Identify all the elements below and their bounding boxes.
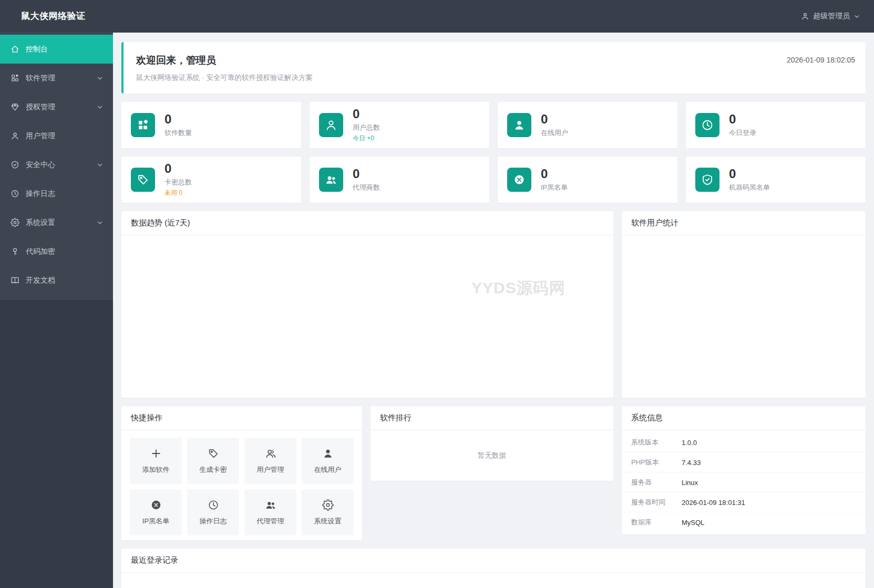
- sidebar-item-label: 安全中心: [26, 160, 96, 170]
- info-row-server: 服务器 Linux: [622, 472, 866, 492]
- stat-sublabel: 未用 0: [164, 189, 192, 198]
- user-outline-icon: [319, 113, 343, 137]
- app-logo: 鼠大侠网络验证: [0, 0, 113, 33]
- sidebar-item-authorization[interactable]: 授权管理: [0, 92, 113, 121]
- chevron-down-icon: [96, 75, 104, 82]
- system-info-panel: 系统信息 系统版本 1.0.0 PHP版本 7.4.33 服务器 Linux 服…: [622, 406, 866, 534]
- panel-title: 快捷操作: [121, 406, 362, 430]
- clock-icon: [11, 189, 19, 198]
- quick-action-label: 添加软件: [142, 465, 170, 474]
- bottom-row: 快捷操作 添加软件 生成卡密 用户管理 在线用户: [121, 406, 866, 540]
- stat-label: 用户总数: [353, 123, 380, 132]
- sidebar-menu: 控制台 软件管理 授权管理 用户管理 安全中心 操作日志 系统设置: [0, 33, 113, 300]
- sidebar-item-software[interactable]: 软件管理: [0, 64, 113, 92]
- quick-action-label: IP黑名单: [142, 517, 169, 526]
- quick-action-operation-logs[interactable]: 操作日志: [187, 489, 239, 535]
- welcome-banner: 欢迎回来，管理员 鼠大侠网络验证系统 · 安全可靠的软件授权验证解决方案 202…: [121, 42, 866, 94]
- sidebar-item-security[interactable]: 安全中心: [0, 150, 113, 179]
- gear-icon: [11, 218, 19, 227]
- sidebar-item-label: 代码加密: [26, 247, 104, 256]
- quick-actions-grid: 添加软件 生成卡密 用户管理 在线用户 IP黑名单: [121, 430, 362, 543]
- stat-label: 代理商数: [353, 183, 380, 192]
- sidebar-item-label: 系统设置: [26, 218, 96, 228]
- quick-action-user-management[interactable]: 用户管理: [244, 438, 296, 484]
- info-row-php-version: PHP版本 7.4.33: [622, 452, 866, 472]
- tag-icon: [208, 448, 219, 459]
- stat-value: 0: [541, 112, 568, 126]
- info-row-database: 数据库 MySQL: [622, 512, 866, 532]
- gem-icon: [11, 102, 19, 111]
- app-title: 鼠大侠网络验证: [21, 10, 86, 22]
- sidebar-item-label: 软件管理: [26, 74, 96, 83]
- panel-title: 数据趋势 (近7天): [121, 211, 613, 235]
- users-solid-icon: [265, 499, 276, 511]
- quick-action-online-users[interactable]: 在线用户: [302, 438, 354, 484]
- sidebar-item-docs[interactable]: 开发文档: [0, 266, 113, 295]
- sidebar-item-settings[interactable]: 系统设置: [0, 208, 113, 237]
- user-solid-icon: [322, 448, 334, 459]
- stat-value: 0: [353, 167, 380, 180]
- sidebar-item-code-encrypt[interactable]: 代码加密: [0, 237, 113, 266]
- info-label: 服务器: [631, 478, 682, 487]
- key-icon: [11, 247, 19, 256]
- chevron-down-icon: [96, 219, 104, 226]
- stat-row-1: 0 软件数量 0 用户总数 今日 +0 0 在线用户: [121, 102, 866, 148]
- quick-action-agent-management[interactable]: 代理管理: [244, 489, 296, 535]
- stat-card-ip-blacklist: 0 IP黑名单: [498, 157, 677, 203]
- chevron-down-icon: [854, 13, 860, 20]
- info-label: 服务器时间: [631, 498, 682, 507]
- stat-card-user-total: 0 用户总数 今日 +0: [310, 102, 489, 148]
- stat-label: 机器码黑名单: [729, 183, 770, 192]
- users-outline-icon: [265, 448, 276, 459]
- sidebar-item-dashboard[interactable]: 控制台: [0, 35, 113, 64]
- sidebar-item-logs[interactable]: 操作日志: [0, 179, 113, 208]
- stat-value: 0: [541, 167, 568, 180]
- stat-value: 0: [729, 112, 756, 126]
- tag-icon: [131, 168, 155, 192]
- quick-action-generate-keys[interactable]: 生成卡密: [187, 438, 239, 484]
- panel-title: 软件排行: [371, 406, 613, 430]
- watermark: YYDS源码网: [471, 277, 565, 299]
- sidebar-item-label: 开发文档: [26, 276, 104, 285]
- info-value: MySQL: [682, 519, 704, 527]
- sidebar-item-label: 用户管理: [26, 131, 104, 141]
- info-value: Linux: [682, 479, 698, 487]
- quick-action-label: 系统设置: [314, 517, 342, 526]
- quick-action-label: 操作日志: [200, 517, 227, 526]
- home-icon: [11, 45, 19, 54]
- panel-title: 软件用户统计: [622, 211, 866, 235]
- chevron-down-icon: [96, 161, 104, 169]
- quick-action-system-settings[interactable]: 系统设置: [302, 489, 354, 535]
- sidebar-item-label: 授权管理: [26, 102, 96, 112]
- empty-state: 暂无数据: [371, 430, 613, 480]
- user-icon: [801, 12, 809, 20]
- shield-check-icon: [695, 168, 719, 192]
- apps-icon: [131, 113, 155, 137]
- sidebar-item-users[interactable]: 用户管理: [0, 121, 113, 150]
- user-menu[interactable]: 超级管理员: [801, 12, 860, 21]
- gear-icon: [322, 499, 334, 511]
- stat-label: 卡密总数: [164, 178, 192, 187]
- recent-logins-panel: 最近登录记录: [121, 549, 866, 588]
- users-icon: [319, 168, 343, 192]
- stat-label: 软件数量: [164, 128, 192, 138]
- trend-chart-panel: 数据趋势 (近7天) YYDS源码网: [121, 211, 613, 398]
- quick-action-label: 生成卡密: [200, 465, 227, 474]
- stat-value: 0: [353, 107, 380, 120]
- sidebar-item-label: 控制台: [26, 45, 104, 54]
- user-icon: [11, 131, 19, 140]
- user-name: 超级管理员: [813, 12, 850, 21]
- clock-icon: [208, 499, 219, 511]
- info-label: 系统版本: [631, 438, 682, 447]
- stat-label: 今日登录: [729, 128, 756, 138]
- panel-title: 系统信息: [622, 406, 866, 430]
- x-circle-icon: [150, 499, 162, 511]
- stat-card-machine-blacklist: 0 机器码黑名单: [686, 157, 866, 203]
- quick-action-add-software[interactable]: 添加软件: [130, 438, 182, 484]
- quick-action-ip-blacklist[interactable]: IP黑名单: [130, 489, 182, 535]
- topbar: 超级管理员: [113, 0, 874, 33]
- stat-label: IP黑名单: [541, 183, 568, 192]
- quick-action-label: 用户管理: [257, 465, 284, 474]
- charts-row: 数据趋势 (近7天) YYDS源码网 软件用户统计: [121, 211, 866, 398]
- software-ranking-panel: 软件排行 暂无数据: [371, 406, 613, 481]
